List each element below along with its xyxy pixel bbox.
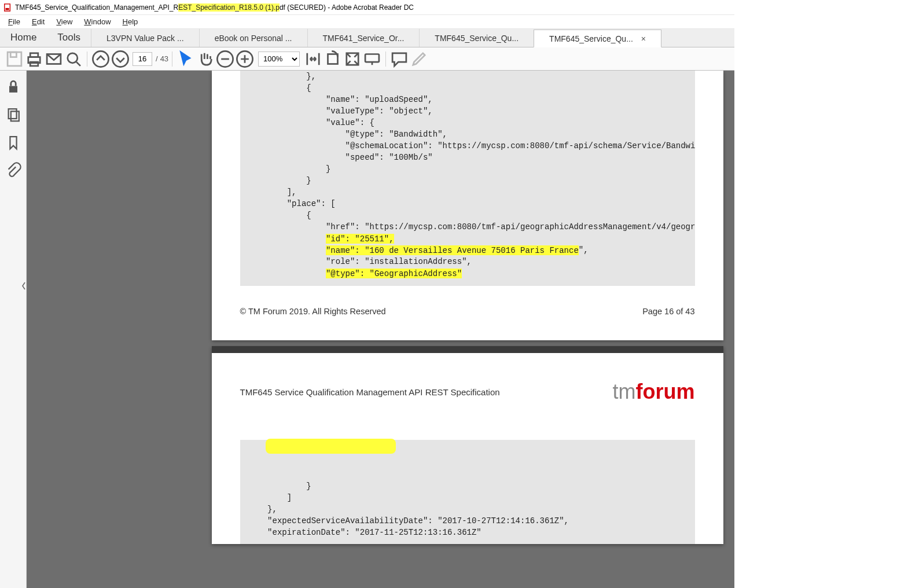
tmforum-logo: tmforum — [613, 380, 695, 404]
thumbnails-icon[interactable] — [5, 106, 21, 123]
close-icon[interactable]: × — [641, 34, 646, 43]
menu-window[interactable]: Window — [78, 16, 116, 27]
svg-rect-2 — [8, 52, 21, 66]
svg-rect-18 — [10, 111, 19, 121]
title-text-highlighted: EST_Specification_R18.5.0 (1).p — [178, 3, 280, 12]
page-number-input[interactable] — [133, 52, 152, 66]
zoom-in-icon[interactable] — [235, 49, 255, 69]
menu-help[interactable]: Help — [117, 16, 144, 27]
fit-page-icon[interactable] — [343, 49, 362, 69]
doc-tab[interactable]: TMF641_Service_Or... — [307, 29, 420, 47]
menu-view[interactable]: View — [50, 16, 78, 27]
doc-tab-label: TMF641_Service_Or... — [323, 34, 405, 43]
main-area: }, { "name": "uploadSpeed", "valueType":… — [0, 71, 908, 588]
svg-rect-6 — [30, 62, 38, 66]
svg-point-9 — [93, 51, 108, 67]
pdf-page: }, { "name": "uploadSpeed", "valueType":… — [212, 71, 723, 340]
read-mode-icon[interactable] — [362, 49, 382, 69]
collapse-rail-icon[interactable] — [21, 279, 27, 293]
svg-rect-1 — [6, 8, 9, 10]
doc-tab[interactable]: eBook on Personal ... — [199, 29, 307, 47]
select-tool-icon[interactable] — [176, 49, 196, 69]
doc-tab[interactable]: L3VPN Value Pack ... — [91, 29, 199, 47]
tab-home[interactable]: Home — [0, 28, 47, 47]
svg-rect-5 — [30, 53, 38, 57]
highlighted-text: "id": "25511", — [326, 234, 394, 244]
comment-icon[interactable] — [389, 49, 409, 69]
page-down-icon[interactable] — [111, 49, 130, 69]
highlighted-text: "@type": "GeographicAddress" — [326, 269, 462, 278]
left-rail — [0, 71, 27, 588]
code-block: }, { "name": "uploadSpeed", "valueType":… — [240, 71, 695, 286]
page-total: 43 — [158, 54, 168, 63]
attachment-icon[interactable] — [5, 162, 21, 178]
print-icon[interactable] — [24, 49, 44, 69]
highlighted-text: "name": "160 de Versailles Avenue 75016 … — [326, 245, 579, 255]
mail-icon[interactable] — [44, 49, 64, 69]
zoom-out-icon[interactable] — [215, 49, 235, 69]
menu-edit[interactable]: Edit — [26, 16, 50, 27]
fit-width-icon[interactable] — [303, 49, 323, 69]
document-subtitle: TMF645 Service Qualification Management … — [240, 387, 500, 397]
doc-tab-label: TMF645_Service_Qu... — [435, 34, 519, 43]
rotate-icon[interactable] — [323, 49, 343, 69]
pdf-icon — [3, 3, 12, 12]
svg-rect-15 — [365, 54, 379, 62]
page-header: TMF645 Service Qualification Management … — [212, 353, 723, 409]
doc-tab-active[interactable]: TMF645_Service_Qu...× — [534, 30, 661, 47]
hand-tool-icon[interactable] — [196, 49, 215, 69]
svg-rect-13 — [328, 54, 338, 64]
bookmark-icon[interactable] — [5, 134, 21, 150]
pdf-page: TMF645 Service Qualification Management … — [212, 346, 723, 544]
footer-page-number: Page 16 of 43 — [642, 307, 694, 316]
lock-icon[interactable] — [5, 79, 21, 95]
page-footer: © TM Forum 2019. All Rights Reserved Pag… — [212, 286, 723, 340]
search-icon[interactable] — [64, 49, 83, 69]
menu-file[interactable]: File — [2, 16, 26, 27]
footer-copyright: © TM Forum 2019. All Rights Reserved — [240, 307, 386, 316]
right-panel-blank — [734, 0, 908, 588]
title-text-suffix: df (SECURED) - Adobe Acrobat Reader DC — [280, 3, 414, 12]
doc-tab-label: TMF645_Service_Qu... — [549, 34, 633, 43]
code-block: } ] }, "expectedServiceAvailabilityDate"… — [240, 440, 695, 544]
doc-tab-label: L3VPN Value Pack ... — [106, 34, 184, 43]
tab-tools[interactable]: Tools — [47, 28, 91, 47]
highlight-annotation — [266, 439, 396, 454]
svg-rect-16 — [9, 86, 17, 93]
save-icon[interactable] — [5, 49, 24, 69]
svg-point-10 — [112, 51, 128, 67]
zoom-select[interactable]: 100% — [258, 52, 300, 67]
svg-rect-3 — [10, 52, 16, 57]
doc-tab-label: eBook on Personal ... — [215, 34, 292, 43]
highlight-pen-icon[interactable] — [409, 49, 429, 69]
page-up-icon[interactable] — [91, 49, 111, 69]
title-text-prefix: TMF645_Service_Qualification_Management_… — [15, 3, 178, 12]
doc-tab[interactable]: TMF645_Service_Qu... — [419, 29, 534, 47]
svg-rect-17 — [8, 109, 16, 119]
svg-point-8 — [68, 53, 78, 63]
